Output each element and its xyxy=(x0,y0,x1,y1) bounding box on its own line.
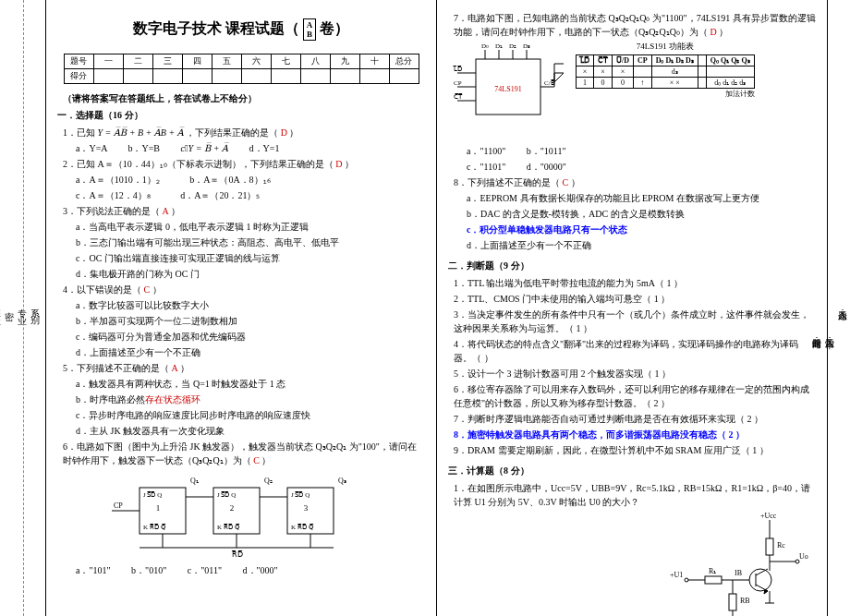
q2: 2．已知 A＝（10．44）₁₀（下标表示进制），下列结果正确的是（ D ） xyxy=(63,157,425,171)
q2a: a．A＝（1010．1）₂ xyxy=(76,175,160,185)
q2-close: ） xyxy=(345,159,354,169)
svg-text:+Ucc: +Ucc xyxy=(760,512,777,520)
q5-close: ） xyxy=(180,363,189,373)
q8-ans: C xyxy=(563,177,569,187)
left-column: 数字电子技术 课程试题（ A B 卷） 题号 一 二 三 四 五 六 七 八 九… xyxy=(46,0,437,616)
svg-text:D₃: D₃ xyxy=(523,42,530,50)
q1-opts: a．Y=A b．Y=B c．Y = B̅ + A̅ d．Y=1 xyxy=(76,141,425,155)
table-row: 得分 xyxy=(64,69,419,84)
svg-text:Q₃: Q₃ xyxy=(338,477,346,485)
svg-rect-41 xyxy=(766,538,773,555)
q5d: d．主从 JK 触发器具有一次变化现象 xyxy=(76,424,425,438)
jk-circuit-diagram: CP 1 2 3 Q₁ Q₂ Q₃ J S̅D̅ Q K R̅D̅ Q̅ J S… xyxy=(103,469,380,562)
exam-title: 数字电子技术 课程试题（ A B 卷） xyxy=(57,18,425,41)
q3b: b．三态门输出端有可能出现三种状态：高阻态、高电平、低电平 xyxy=(76,236,425,249)
q4d: d．上面描述至少有一个不正确 xyxy=(76,345,425,359)
q1: 1．已知 Y = A̅B̅ + B + A̅B + A̅ ，下列结果正确的是（ … xyxy=(63,126,425,139)
score-table: 题号 一 二 三 四 五 六 七 八 九 十 总分 得分 xyxy=(64,54,419,84)
func-table-wrap: 74LS191 功能表 L̅D̅C̅T̅U̅/DCPD₀ D₁ D₂ D₃Q₀ … xyxy=(576,41,755,99)
svg-text:IB: IB xyxy=(735,569,742,577)
svg-text:Uo: Uo xyxy=(799,552,808,561)
func-note: 加法计数 xyxy=(576,89,755,99)
title-tail: 卷） xyxy=(320,20,349,36)
score-h7: 七 xyxy=(271,54,300,69)
svg-text:C/B̅: C/B̅ xyxy=(544,79,555,87)
score-row2: 得分 xyxy=(64,69,93,84)
score-h8: 八 xyxy=(300,54,330,69)
q7-stem: 7．电路如下图，已知电路的当前状态 Q₃Q₂Q₁Q₀ 为"1100"，74LS1… xyxy=(454,13,816,37)
svg-text:D₁: D₁ xyxy=(495,42,503,50)
q7b: b．"1011" xyxy=(527,146,566,156)
svg-text:L̅D̅: L̅D̅ xyxy=(453,66,462,73)
rm-author: 命题人： xyxy=(835,18,848,598)
q6-opts: a．"101" b．"010" c．"011" d．"000" xyxy=(76,563,425,577)
q3a: a．当高电平表示逻辑 0，低电平表示逻辑 1 时称为正逻辑 xyxy=(76,220,425,234)
svg-text:D₀: D₀ xyxy=(481,42,489,50)
score-h0: 题号 xyxy=(64,54,93,69)
q8d: d．上面描述至少有一个不正确 xyxy=(467,238,816,252)
q1-formula: Y = A̅B̅ + B + A̅B + A̅ xyxy=(98,127,184,138)
svg-text:R₁: R₁ xyxy=(709,567,716,575)
q7d: d．"0000" xyxy=(527,162,566,172)
q4: 4．以下错误的是（ C ） xyxy=(63,283,425,296)
svg-text:J S̅D̅ Q: J S̅D̅ Q xyxy=(143,491,162,499)
svg-text:RB: RB xyxy=(740,597,750,605)
score-h1: 一 xyxy=(93,54,123,69)
q3c: c．OC 门输出端直接连接可实现正逻辑的线与运算 xyxy=(76,251,425,265)
svg-rect-54 xyxy=(729,594,736,610)
table-row: ×××d₃ xyxy=(577,66,755,78)
score-h3: 三 xyxy=(152,54,182,69)
score-h11: 总分 xyxy=(389,54,419,69)
section-1-title: 一．选择题（16 分） xyxy=(57,109,425,122)
q3-ans: A xyxy=(163,206,169,216)
q6b: b．"010" xyxy=(131,565,166,575)
svg-text:3: 3 xyxy=(304,503,309,513)
j7: 7．判断时序逻辑电路能否自动可通过判断电路是否在有效循环来实现（ 2 ） xyxy=(454,412,816,426)
right-binding-margin: 命题人： 审题人： 命题时间： xyxy=(828,0,850,616)
q1a: a．Y=A xyxy=(76,143,107,153)
svg-point-43 xyxy=(749,569,771,591)
q6d: d．"000" xyxy=(243,565,278,575)
margin-dept: 系别 xyxy=(28,18,41,598)
q7-close: ） xyxy=(719,27,728,37)
q6-close: ） xyxy=(261,455,271,465)
q8a: a．EEPROM 具有数据长期保存的功能且比 EPROM 在数据改写上更方便 xyxy=(467,191,816,205)
margin-class: 班级 xyxy=(0,18,2,598)
ab-a: A xyxy=(307,20,313,30)
func-title: 74LS191 功能表 xyxy=(576,41,755,53)
q2c: c．A＝（12．4）₈ xyxy=(76,190,151,200)
q7a: a．"1100" xyxy=(467,146,505,156)
section-3-title: 三．计算题（8 分） xyxy=(448,465,816,477)
q2b: b．A＝（0A．8）₁₆ xyxy=(189,175,270,185)
j5: 5．设计一个 3 进制计数器可用 2 个触发器实现（ 1 ） xyxy=(454,367,816,380)
q3: 3．下列说法正确的是（ A ） xyxy=(63,204,425,218)
q7-opts2: c．"1101" d．"0000" xyxy=(467,160,816,174)
j9: 9．DRAM 需要定期刷新，因此，在微型计算机中不如 SRAM 应用广泛（ 1 … xyxy=(454,443,816,457)
svg-text:D₂: D₂ xyxy=(509,42,516,50)
section-2-title: 二．判断题（9 分） xyxy=(448,260,816,272)
q1d: d．Y=1 xyxy=(249,143,280,153)
q5c: c．异步时序电路的响应速度比同步时序电路的响应速度快 xyxy=(76,408,425,422)
svg-text:K R̅D̅ Q̅: K R̅D̅ Q̅ xyxy=(143,524,166,531)
table-row: L̅D̅C̅T̅U̅/DCPD₀ D₁ D₂ D₃Q₀ Q₁ Q₂ Q₃ xyxy=(577,55,755,66)
q3-stem: 3．下列说法正确的是（ xyxy=(63,206,160,216)
score-h5: 五 xyxy=(212,54,241,69)
q6-ans: C xyxy=(253,455,260,465)
q1-close: ） xyxy=(289,127,298,138)
j1: 1．TTL 输出端为低电平时带拉电流的能力为 5mA（ 1 ） xyxy=(454,276,816,290)
q2-opts2: c．A＝（12．4）₈ d．A＝（20．21）₅ xyxy=(76,188,425,202)
q7-ans: D xyxy=(710,27,716,37)
q8: 8．下列描述不正确的是（ C ） xyxy=(454,175,816,189)
transistor-circuit: +Ucc Rc Uo R₁ IB RB -UBB +U1 xyxy=(668,511,816,616)
func-table: L̅D̅C̅T̅U̅/DCPD₀ D₁ D₂ D₃Q₀ Q₁ Q₂ Q₃ ×××… xyxy=(576,54,755,89)
svg-rect-51 xyxy=(705,576,722,584)
q5a: a．触发器具有两种状态，当 Q=1 时触发器处于 1 态 xyxy=(76,377,425,391)
svg-text:R̅D̅: R̅D̅ xyxy=(231,550,243,559)
score-h10: 十 xyxy=(359,54,389,69)
svg-point-58 xyxy=(685,578,688,582)
ab-b: B xyxy=(307,30,312,39)
svg-text:K R̅D̅ Q̅: K R̅D̅ Q̅ xyxy=(291,524,314,531)
q1b: b．Y=B xyxy=(128,143,160,153)
q2-stem: 2．已知 A＝（10．44）₁₀（下标表示进制），下列结果正确的是（ xyxy=(63,159,334,169)
left-binding-margin: 系别 专业 密 班级 封 学号 线 姓名 xyxy=(0,0,46,616)
